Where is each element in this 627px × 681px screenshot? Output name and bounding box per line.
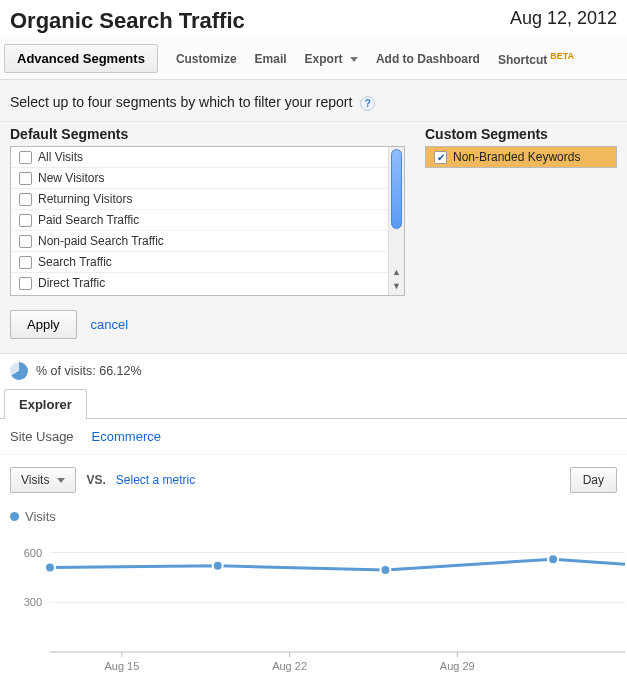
svg-text:300: 300	[24, 596, 42, 608]
segment-option-label: All Visits	[38, 150, 83, 164]
svg-point-14	[548, 554, 558, 564]
scroll-down-icon[interactable]: ▼	[389, 281, 404, 295]
segment-option-label: Search Traffic	[38, 255, 112, 269]
primary-metric-selector[interactable]: Visits	[10, 467, 76, 493]
svg-text:Aug 15: Aug 15	[104, 660, 139, 672]
shortcut-label: Shortcut	[498, 53, 547, 67]
shortcut-link[interactable]: ShortcutBETA	[498, 51, 574, 67]
default-segments-list: All VisitsNew VisitorsReturning Visitors…	[10, 146, 405, 296]
vs-label: VS.	[86, 473, 105, 487]
segment-option-label: Non-Branded Keywords	[453, 150, 580, 164]
customize-link[interactable]: Customize	[176, 52, 237, 66]
segment-option-label: Non-paid Search Traffic	[38, 234, 164, 248]
page-title: Organic Search Traffic	[10, 8, 245, 34]
primary-metric-label: Visits	[21, 473, 49, 487]
legend-dot-icon	[10, 512, 19, 521]
svg-text:600: 600	[24, 547, 42, 559]
segment-option[interactable]: Non-Branded Keywords	[426, 147, 616, 167]
checkbox-icon[interactable]	[19, 214, 32, 227]
email-link[interactable]: Email	[255, 52, 287, 66]
granularity-day-button[interactable]: Day	[570, 467, 617, 493]
apply-button[interactable]: Apply	[10, 310, 77, 339]
report-toolbar: Advanced Segments Customize Email Export…	[0, 38, 627, 80]
segment-option[interactable]: New Visitors	[11, 168, 404, 189]
scrollbar-thumb[interactable]	[391, 149, 402, 229]
svg-text:Aug 29: Aug 29	[440, 660, 475, 672]
pie-icon	[10, 362, 28, 380]
export-menu[interactable]: Export	[305, 52, 358, 66]
advanced-segments-button[interactable]: Advanced Segments	[4, 44, 158, 73]
segment-option-label: New Visitors	[38, 171, 104, 185]
subtab-ecommerce[interactable]: Ecommerce	[92, 429, 161, 444]
segment-option[interactable]: Non-paid Search Traffic	[11, 231, 404, 252]
segment-option-label: Direct Traffic	[38, 276, 105, 290]
checkbox-icon[interactable]	[19, 193, 32, 206]
checkbox-icon[interactable]	[19, 151, 32, 164]
scrollbar[interactable]: ▲ ▼	[388, 147, 404, 295]
subtab-site-usage[interactable]: Site Usage	[10, 429, 74, 444]
legend-series-label: Visits	[25, 509, 56, 524]
checkbox-icon[interactable]	[19, 235, 32, 248]
tab-explorer[interactable]: Explorer	[4, 389, 87, 419]
segment-option-label: Paid Search Traffic	[38, 213, 139, 227]
svg-text:Aug 22: Aug 22	[272, 660, 307, 672]
segment-option[interactable]: All Visits	[11, 147, 404, 168]
add-to-dashboard-link[interactable]: Add to Dashboard	[376, 52, 480, 66]
visits-line-chart: 300600Aug 15Aug 22Aug 29	[10, 528, 627, 678]
chevron-down-icon	[350, 57, 358, 62]
segment-option[interactable]: Direct Traffic	[11, 273, 404, 293]
checkbox-icon[interactable]	[19, 277, 32, 290]
custom-segments-header: Custom Segments	[425, 122, 617, 146]
beta-badge: BETA	[550, 51, 574, 61]
custom-segments-list: Non-Branded Keywords	[425, 146, 617, 168]
export-label: Export	[305, 52, 343, 66]
chevron-down-icon	[57, 478, 65, 483]
segment-option[interactable]: Returning Visitors	[11, 189, 404, 210]
checkbox-icon[interactable]	[19, 172, 32, 185]
segment-option-label: Returning Visitors	[38, 192, 133, 206]
svg-point-13	[380, 565, 390, 575]
svg-point-11	[45, 562, 55, 572]
select-compare-metric[interactable]: Select a metric	[116, 473, 195, 487]
help-icon[interactable]: ?	[360, 96, 375, 111]
svg-point-12	[213, 561, 223, 571]
scroll-up-icon[interactable]: ▲	[389, 267, 404, 281]
report-date: Aug 12, 2012	[510, 8, 617, 29]
segments-instruction: Select up to four segments by which to f…	[10, 94, 352, 110]
segment-option[interactable]: Paid Search Traffic	[11, 210, 404, 231]
segments-instruction-row: Select up to four segments by which to f…	[0, 80, 627, 122]
segment-option[interactable]: Search Traffic	[11, 252, 404, 273]
checkbox-icon[interactable]	[434, 151, 447, 164]
checkbox-icon[interactable]	[19, 256, 32, 269]
default-segments-header: Default Segments	[10, 122, 405, 146]
percent-of-visits: % of visits: 66.12%	[36, 364, 142, 378]
cancel-link[interactable]: cancel	[91, 317, 129, 332]
